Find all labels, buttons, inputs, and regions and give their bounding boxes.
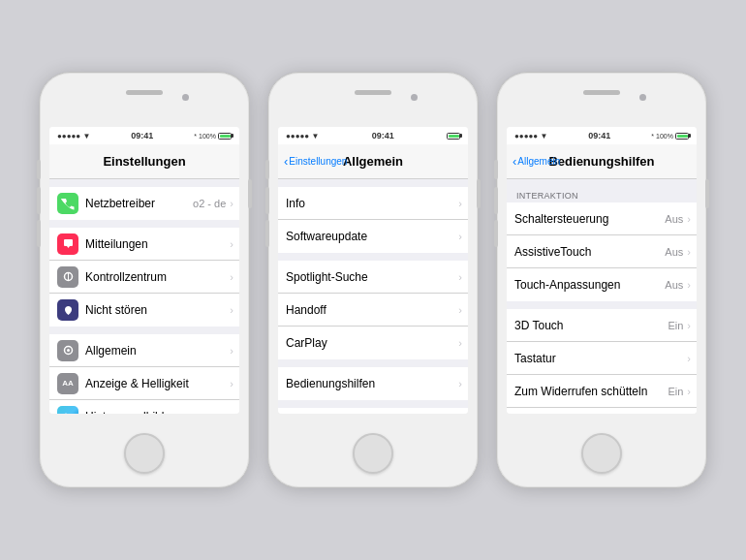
side-button-mute[interactable]	[494, 160, 498, 179]
row-touch-anpassungen[interactable]: Touch-Anpassungen Aus ›	[507, 268, 697, 301]
row-speicher[interactable]: Speicher- & iCloud-Nutzung ›	[278, 408, 468, 414]
back-button[interactable]: ‹ Allgemein	[513, 154, 560, 169]
home-button[interactable]	[353, 433, 393, 474]
chevron-icon: ›	[458, 198, 462, 209]
carplay-label: CarPlay	[286, 336, 458, 350]
row-vibration[interactable]: Vibration Ein ›	[507, 408, 697, 414]
row-allgemein[interactable]: Allgemein ›	[49, 334, 239, 367]
allgemein-icon	[57, 340, 78, 361]
battery-status: * 100%	[194, 133, 232, 140]
side-button-vol-down[interactable]	[265, 220, 269, 247]
time: 09:41	[131, 131, 153, 140]
battery-icon	[675, 133, 689, 140]
phone-1-screen: ●●●●● ▼ 09:41 * 100% Einstellungen	[49, 127, 239, 414]
row-bedienungshilfen[interactable]: Bedienungshilfen ›	[278, 367, 468, 400]
row-schuetteln[interactable]: Zum Widerrufen schütteln Ein ›	[507, 375, 697, 408]
row-handoff[interactable]: Handoff ›	[278, 294, 468, 327]
home-button[interactable]	[124, 433, 165, 474]
side-button-vol-up[interactable]	[494, 187, 498, 214]
back-label: Allgemein	[517, 156, 560, 167]
side-button-vol-down[interactable]	[494, 220, 498, 247]
side-button-vol-down[interactable]	[37, 220, 41, 247]
row-softwareupdate[interactable]: Softwareupdate ›	[278, 220, 468, 253]
battery-icon	[218, 133, 232, 140]
row-info[interactable]: Info ›	[278, 187, 468, 220]
row-schaltersteuerung[interactable]: Schaltersteuerung Aus ›	[507, 202, 697, 235]
mitteilungen-icon	[57, 233, 78, 255]
schuetteln-label: Zum Widerrufen schütteln	[514, 385, 668, 398]
chevron-icon: ›	[230, 378, 233, 389]
camera-dot	[182, 94, 189, 101]
chevron-icon: ›	[230, 198, 233, 209]
row-kontrollzentrum[interactable]: Kontrollzentrum ›	[49, 261, 239, 294]
row-mitteilungen[interactable]: Mitteilungen ›	[49, 228, 239, 261]
phone-3: ●●●●● ▼ 09:41 * 100% ‹ Allgemein Bedienu…	[496, 72, 707, 488]
side-button-right[interactable]	[248, 179, 252, 208]
interaktion-section: INTERAKTION Schaltersteuerung Aus › Assi…	[507, 187, 697, 301]
chevron-icon: ›	[230, 304, 233, 316]
phone-1: ●●●●● ▼ 09:41 * 100% Einstellungen	[39, 72, 250, 488]
side-button-mute[interactable]	[37, 160, 41, 179]
back-button[interactable]: ‹ Einstellungen	[284, 154, 347, 169]
chevron-icon: ›	[458, 337, 462, 349]
side-button-right[interactable]	[477, 179, 481, 208]
chevron-icon: ›	[687, 279, 691, 291]
settings-group-1: Netzbetreiber o2 - de ›	[49, 187, 239, 220]
battery-status	[447, 133, 460, 140]
softwareupdate-label: Softwareupdate	[286, 230, 458, 243]
battery-status: * 100%	[651, 133, 689, 140]
side-button-right[interactable]	[705, 179, 709, 208]
nicht-storen-icon	[57, 299, 78, 321]
anzeige-label: Anzeige & Helligkeit	[85, 377, 230, 390]
chevron-icon: ›	[458, 271, 462, 283]
chevron-icon: ›	[230, 345, 233, 357]
row-netzbetreiber[interactable]: Netzbetreiber o2 - de ›	[49, 187, 239, 220]
schaltersteuerung-value: Aus	[665, 213, 683, 225]
side-button-mute[interactable]	[265, 160, 269, 179]
signal-strength: ●●●●● ▼	[514, 132, 547, 140]
row-carplay[interactable]: CarPlay ›	[278, 327, 468, 359]
info-label: Info	[286, 197, 458, 210]
chevron-icon: ›	[687, 353, 691, 364]
row-tastatur[interactable]: Tastatur ›	[507, 342, 697, 375]
home-button[interactable]	[581, 433, 622, 474]
chevron-icon: ›	[687, 320, 691, 331]
chevron-icon: ›	[458, 378, 462, 389]
status-bar: ●●●●● ▼ 09:41	[278, 127, 468, 144]
chevron-icon: ›	[687, 386, 691, 397]
touch-anpassungen-label: Touch-Anpassungen	[514, 278, 665, 292]
assistivetouch-value: Aus	[665, 246, 683, 258]
chevron-icon: ›	[230, 238, 233, 250]
camera-dot	[411, 94, 418, 101]
side-button-vol-up[interactable]	[37, 187, 41, 214]
phone-2: ●●●●● ▼ 09:41 ‹ Einstellungen Allgemein …	[267, 72, 479, 488]
row-hintergrundbild[interactable]: Hintergrundbild ›	[49, 400, 239, 414]
side-button-vol-up[interactable]	[265, 187, 269, 214]
settings-group-3: Allgemein › AA Anzeige & Helligkeit › Hi…	[49, 334, 239, 414]
nav-title: Einstellungen	[103, 154, 185, 169]
screen-content[interactable]: INTERAKTION Schaltersteuerung Aus › Assi…	[507, 179, 697, 414]
signal-strength: ●●●●● ▼	[57, 132, 90, 140]
assistivetouch-label: AssistiveTouch	[514, 245, 665, 259]
row-spotlight[interactable]: Spotlight-Suche ›	[278, 261, 468, 294]
row-assistivetouch[interactable]: AssistiveTouch Aus ›	[507, 235, 697, 268]
allgemein-label: Allgemein	[85, 344, 230, 358]
netzbetreiber-icon	[57, 193, 78, 214]
battery-icon	[447, 133, 460, 140]
chevron-icon: ›	[687, 246, 691, 258]
time: 09:41	[372, 131, 394, 140]
netzbetreiber-value: o2 - de	[193, 198, 226, 209]
settings-group-3: Bedienungshilfen ›	[278, 367, 468, 400]
chevron-icon: ›	[230, 411, 233, 415]
nav-title: Bedienungshilfen	[548, 154, 654, 169]
row-3dtouch[interactable]: 3D Touch Ein ›	[507, 309, 697, 342]
chevron-icon: ›	[230, 271, 233, 283]
kontrollzentrum-icon	[57, 266, 78, 288]
screen-content[interactable]: Netzbetreiber o2 - de › Mitteilungen ›	[49, 179, 239, 414]
3dtouch-label: 3D Touch	[514, 319, 668, 332]
row-nicht-storen[interactable]: Nicht stören ›	[49, 294, 239, 327]
row-anzeige[interactable]: AA Anzeige & Helligkeit ›	[49, 367, 239, 400]
nav-title: Allgemein	[343, 154, 403, 169]
svg-rect-0	[64, 239, 73, 246]
screen-content[interactable]: Info › Softwareupdate › Spotlight-Suche …	[278, 179, 468, 414]
